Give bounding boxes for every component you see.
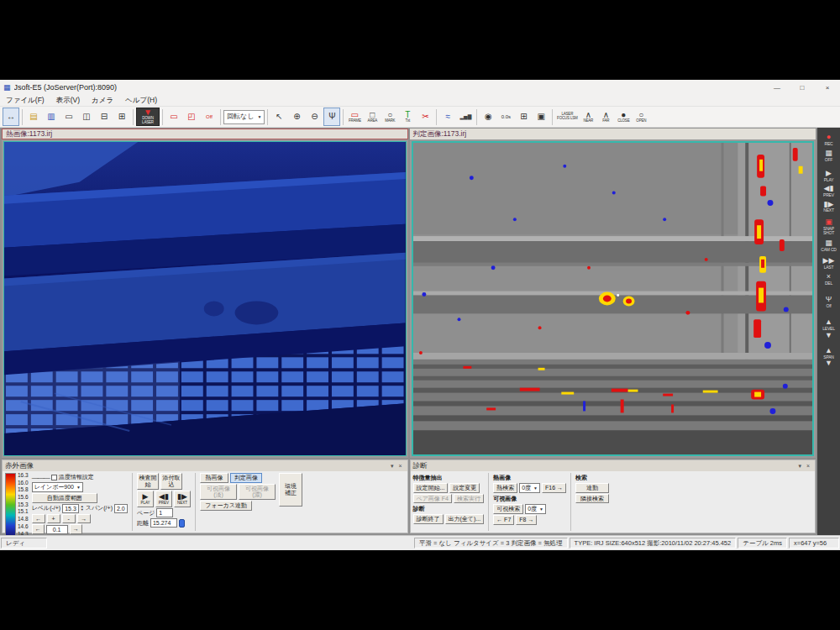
area-tool-icon[interactable]: □AREA [364, 108, 381, 126]
far-focus-icon[interactable]: ∧FAR [597, 108, 614, 126]
inspect-start-button[interactable]: 検査開始 [137, 473, 159, 490]
red-frame-icon[interactable]: ▭ [165, 108, 182, 126]
step-prev-button[interactable]: ← [32, 524, 45, 534]
menu-file[interactable]: ファイル(F) [0, 95, 50, 106]
view-visible2-button[interactable]: 可視画像(濃) [239, 484, 276, 500]
waveform-icon[interactable]: ≈ [439, 108, 456, 126]
side-del-button[interactable]: ×DEL [818, 273, 840, 286]
side-snapshot-button[interactable]: ▣SNAP SHOT [818, 218, 840, 236]
laser-focus-icon[interactable]: LASER FOCUS LSM [555, 108, 579, 126]
palette-select[interactable]: レインボー900▼ [32, 482, 83, 492]
cursor-tool-icon[interactable]: ↖ [270, 108, 287, 126]
layout-split-h-icon[interactable]: ◫ [78, 108, 95, 126]
menu-view[interactable]: 表示(V) [50, 95, 86, 106]
side-cam-cd-button[interactable]: ▦CAM CD [818, 239, 840, 252]
ref-capture-icon[interactable]: ▣ [533, 108, 549, 126]
pair-image-button[interactable]: ペア画像 F4 [413, 494, 452, 504]
transport-next-button[interactable]: ▮▶NEXT [174, 491, 191, 507]
thermal-search-button[interactable]: 熱検索 [493, 483, 517, 493]
visible-angle-select[interactable]: 0度▼ [525, 504, 546, 514]
view-visible1-button[interactable]: 可視画像(淡) [200, 484, 237, 500]
page-field[interactable]: 1 [156, 508, 173, 517]
step-next-button[interactable]: → [70, 524, 82, 534]
layout-split-v-icon[interactable]: ⊟ [96, 108, 113, 126]
text-tool-icon[interactable]: TTxt [399, 108, 416, 126]
side-rec-off-button[interactable]: ▦OFF [818, 150, 840, 162]
close-shutter-icon[interactable]: ●CLOSE [615, 108, 632, 126]
layout-quad-icon[interactable]: ⊞ [113, 108, 130, 126]
side-level-button[interactable]: ▲LEVEL▼ [818, 318, 840, 339]
level-field[interactable]: 15.3 [62, 504, 79, 513]
transport-play-button[interactable]: ▶PLAY [137, 491, 154, 507]
diag-end-button[interactable]: 診断終了 [413, 514, 444, 524]
open-shutter-icon[interactable]: ○OPEN [633, 108, 649, 126]
mark-tool-icon[interactable]: ○MARK [381, 108, 398, 126]
layout-single-icon[interactable]: ▭ [60, 108, 77, 126]
judgment-image[interactable] [412, 141, 815, 456]
side-span-button[interactable]: ▲SPAN▼ [818, 347, 840, 368]
nudge-button-1[interactable]: + [47, 514, 60, 524]
temp-info-checkbox[interactable] [51, 475, 57, 480]
focus-link-button[interactable]: フォーカス連動 [200, 501, 252, 511]
view-judge-button[interactable]: 判定画像 [230, 473, 262, 483]
open-file-icon[interactable]: ▤ [25, 108, 42, 126]
down-laser-icon[interactable]: ▼DOWN LASER [136, 108, 160, 126]
nudge-button-0[interactable]: ← [32, 514, 45, 524]
adjacent-search-button[interactable]: 隣接検索 [575, 494, 609, 504]
dock-menu-icon[interactable]: ▾ [388, 463, 396, 470]
close-button[interactable]: × [815, 80, 840, 95]
thermal-angle-select[interactable]: 0度▼ [519, 483, 540, 493]
menu-help[interactable]: ヘルプ(H) [119, 95, 163, 106]
span-field[interactable]: 2.0 [114, 504, 128, 513]
side-next-button[interactable]: ▮▶NEXT [818, 201, 840, 213]
step-field[interactable]: 0.1 [46, 525, 68, 534]
transport-prev-button[interactable]: ◀▮PREV [155, 491, 172, 507]
side-prev-button[interactable]: ◀▮PREV [818, 185, 840, 197]
view-thermal-button[interactable]: 熱画像 [200, 473, 228, 483]
side-last-button[interactable]: ▶▶LAST [818, 257, 840, 270]
attach-button[interactable]: 添付取込 [160, 473, 182, 490]
side-play-button[interactable]: ▶PLAY [818, 170, 840, 182]
link-button[interactable]: 連動 [575, 483, 609, 493]
frame-tool-icon[interactable]: ▭FRAME [346, 108, 363, 126]
visible-search-button[interactable]: 可視検索 [493, 504, 523, 514]
histogram-icon[interactable]: ▂▅▇ [457, 108, 474, 126]
nudge-button-3[interactable]: → [77, 514, 91, 524]
dock-close-icon[interactable]: × [804, 463, 812, 469]
thermal-next-button[interactable]: F16 → [542, 483, 566, 493]
near-focus-icon[interactable]: ∧NEAR [580, 108, 596, 126]
distance-field[interactable]: 15.274 [150, 518, 177, 528]
thermal-panel-header[interactable]: 熱画像:1173.irj [2, 129, 408, 139]
visible-next-button[interactable]: F8 → [516, 515, 537, 525]
thermal-image[interactable] [3, 141, 407, 456]
pan-mode-icon[interactable]: ↔ [3, 108, 19, 126]
env-correct-button[interactable]: 環境補正 [279, 473, 302, 507]
search-exec-button[interactable]: 検索実行 [454, 494, 484, 504]
minimize-button[interactable]: — [764, 80, 790, 95]
overlay-off-icon[interactable]: Off [201, 108, 218, 126]
side-drag-off-button[interactable]: ΨOff [818, 296, 840, 308]
zoom-out-tool-icon[interactable]: ⊖ [306, 108, 323, 126]
side-rec-button[interactable]: ●REC [818, 134, 840, 146]
red-grid-icon[interactable]: ◰ [183, 108, 200, 126]
set-change-button[interactable]: 設定変更 [449, 483, 480, 493]
visible-prev-button[interactable]: ← F7 [493, 515, 514, 525]
zoom-in-tool-icon[interactable]: ⊕ [288, 108, 305, 126]
add-capture-icon[interactable]: ⊞ [515, 108, 532, 126]
maximize-button[interactable]: □ [790, 80, 815, 95]
auto-range-button[interactable]: 自動温度範囲 [32, 493, 97, 503]
cut-tool-icon[interactable]: ✂ [417, 108, 433, 126]
dock-menu-icon[interactable]: ▾ [795, 463, 804, 470]
output-all-button[interactable]: 出力(全て)... [445, 514, 485, 524]
judgment-panel-header[interactable]: 判定画像:1173.irj [410, 129, 816, 139]
set-start-button[interactable]: 設定開始... [413, 483, 449, 493]
hand-tool-icon[interactable]: Ψ [323, 108, 340, 126]
rotate-select-icon[interactable]: 回転なし▼ [223, 110, 265, 124]
menu-camera[interactable]: カメラ [86, 95, 119, 106]
save-file-icon[interactable]: ▥ [43, 108, 60, 126]
level-spinner[interactable]: ▲▼ [81, 505, 84, 512]
interval-timer-icon[interactable]: 0.0s [497, 108, 514, 126]
dock-close-icon[interactable]: × [396, 463, 404, 469]
distance-slider-thumb[interactable] [179, 519, 185, 528]
nudge-button-2[interactable]: - [62, 514, 76, 524]
